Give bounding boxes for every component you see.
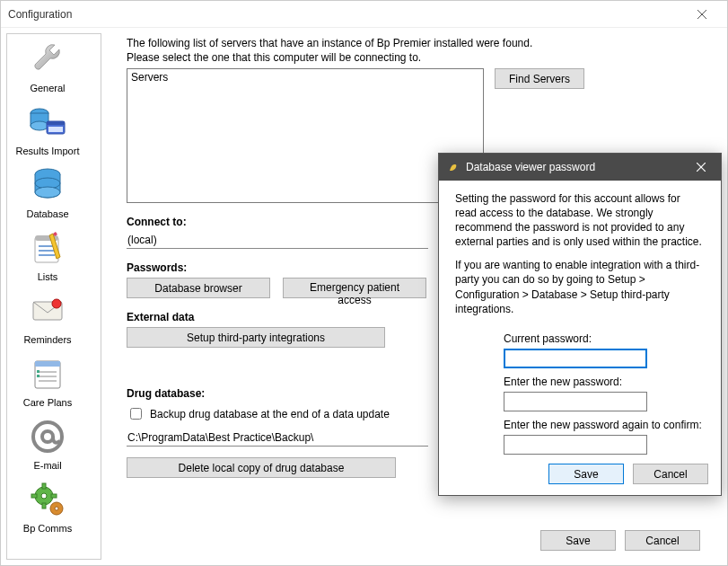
envelope-icon	[26, 289, 69, 332]
sidebar-item-email[interactable]: E-mail	[7, 411, 88, 474]
wrench-icon	[26, 38, 69, 81]
svg-point-17	[52, 299, 61, 308]
gears-icon	[26, 478, 69, 521]
sidebar-item-label: Lists	[7, 271, 88, 282]
svg-point-10	[35, 187, 60, 198]
svg-rect-29	[42, 483, 46, 489]
window-title: Configuration	[8, 8, 684, 21]
svg-rect-19	[35, 361, 60, 367]
svg-rect-23	[37, 370, 39, 373]
servers-listbox[interactable]: Servers	[127, 68, 484, 203]
close-icon	[697, 10, 706, 19]
backup-path-input[interactable]	[127, 429, 428, 447]
servers-header: Servers	[131, 71, 479, 84]
dialog-title: Database viewer password	[466, 161, 595, 173]
lists-icon	[26, 226, 69, 270]
current-password-label: Current password:	[504, 332, 705, 345]
svg-point-28	[41, 493, 47, 499]
sidebar-item-label: Database	[7, 208, 88, 219]
svg-point-25	[33, 422, 62, 451]
emergency-access-button[interactable]: Emergency patient access	[283, 278, 426, 298]
dialog-titlebar: Database viewer password	[439, 154, 721, 181]
find-servers-button[interactable]: Find Servers	[495, 68, 584, 89]
dialog-info-2: If you are wanting to enable integration…	[455, 258, 705, 316]
dialog-info-1: Setting the password for this account al…	[455, 191, 705, 250]
svg-rect-24	[37, 375, 39, 377]
sidebar-item-reminders[interactable]: Reminders	[7, 286, 88, 349]
close-icon	[697, 163, 706, 172]
sidebar-item-label: Bp Comms	[7, 523, 88, 534]
svg-rect-6	[47, 121, 65, 125]
window-close-button[interactable]	[684, 2, 720, 27]
app-icon	[446, 160, 460, 174]
config-save-button[interactable]: Save	[540, 530, 616, 551]
new-password-label: Enter the new password:	[504, 376, 705, 388]
sidebar-item-lists[interactable]: Lists	[7, 223, 88, 286]
svg-rect-7	[48, 127, 63, 132]
care-plans-icon	[26, 352, 69, 395]
config-cancel-button[interactable]: Cancel	[625, 530, 700, 551]
intro-text-1: The following list of servers that have …	[127, 37, 713, 51]
confirm-password-label: Enter the new password again to confirm:	[504, 419, 705, 431]
svg-point-4	[31, 121, 48, 130]
dialog-close-button[interactable]	[683, 155, 719, 180]
svg-rect-31	[31, 494, 37, 498]
database-viewer-password-dialog: Database viewer password Setting the pas…	[438, 153, 722, 496]
svg-rect-30	[42, 503, 46, 509]
sidebar-item-results-import[interactable]: Results Import	[7, 97, 88, 160]
new-password-input[interactable]	[504, 392, 647, 411]
delete-local-drug-db-button[interactable]: Delete local copy of drug database	[127, 457, 396, 478]
at-sign-icon	[26, 415, 69, 458]
backup-drug-db-checkbox[interactable]	[130, 408, 142, 420]
titlebar: Configuration	[1, 1, 727, 28]
sidebar-item-label: Care Plans	[7, 397, 88, 408]
sidebar-item-care-plans[interactable]: Care Plans	[7, 349, 88, 411]
current-password-input[interactable]	[504, 349, 647, 368]
svg-point-34	[55, 507, 58, 510]
confirm-password-input[interactable]	[504, 435, 647, 455]
sidebar-item-label: Results Import	[7, 146, 88, 156]
svg-rect-32	[51, 494, 57, 498]
sidebar-item-general[interactable]: General	[7, 34, 88, 97]
results-import-icon	[26, 101, 69, 144]
sidebar-item-label: Reminders	[7, 334, 88, 345]
sidebar-item-label: E-mail	[7, 460, 88, 471]
dialog-cancel-button[interactable]: Cancel	[633, 464, 708, 484]
sidebar-item-database[interactable]: Database	[7, 160, 88, 223]
database-browser-button[interactable]: Database browser	[127, 278, 270, 298]
database-icon	[26, 164, 69, 207]
sidebar-item-bp-comms[interactable]: Bp Comms	[7, 474, 88, 537]
configuration-window: Configuration General Results Import	[0, 0, 728, 566]
intro-text-2: Please select the one that this computer…	[127, 51, 713, 66]
sidebar-scroll[interactable]: General Results Import Database	[7, 34, 90, 559]
dialog-save-button[interactable]: Save	[548, 464, 624, 484]
sidebar: General Results Import Database	[6, 33, 101, 560]
backup-drug-db-label: Backup drug database at the end of a dat…	[150, 408, 390, 420]
connect-to-input[interactable]	[127, 232, 428, 249]
setup-third-party-button[interactable]: Setup third-party integrations	[127, 327, 385, 348]
sidebar-item-label: General	[7, 83, 88, 93]
